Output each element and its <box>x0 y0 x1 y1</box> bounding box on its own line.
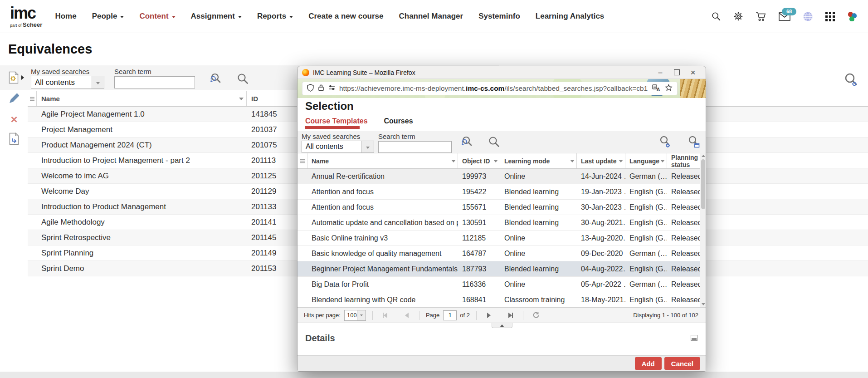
menu-item[interactable]: Reports <box>257 12 293 21</box>
main-menu: Home People Content Assignment <box>55 12 604 21</box>
menu-item[interactable]: Create a new course <box>308 12 383 21</box>
previous-page-button[interactable] <box>401 310 413 320</box>
search-submit-icon[interactable] <box>236 72 249 86</box>
new-saved-search-icon[interactable] <box>8 71 19 84</box>
column-menu-icon[interactable] <box>451 160 456 162</box>
search-submit-icon[interactable] <box>487 135 501 149</box>
scrollbar-thumb[interactable] <box>701 159 705 209</box>
hits-per-page-label: Hits per page: <box>304 312 341 319</box>
cart-icon[interactable] <box>756 11 766 21</box>
column-handle-icon[interactable] <box>297 153 307 168</box>
next-page-button[interactable] <box>483 310 495 320</box>
svg-text:A: A <box>657 86 660 91</box>
search-term-input[interactable] <box>378 141 452 153</box>
menu-item[interactable]: Learning Analytics <box>536 12 604 21</box>
lock-icon[interactable] <box>318 84 324 93</box>
column-header-name[interactable]: Name <box>307 153 458 168</box>
course-template-row[interactable]: Basic Online training v3 112185 Online 1… <box>297 231 706 246</box>
details-title: Details <box>305 333 335 344</box>
saved-searches-select[interactable]: All contents <box>302 141 374 153</box>
search-settings-icon[interactable] <box>658 135 672 149</box>
column-menu-icon[interactable] <box>660 160 665 162</box>
shield-icon[interactable] <box>307 84 314 93</box>
refresh-results-icon[interactable] <box>530 310 541 320</box>
imc-apps-icon[interactable] <box>847 11 857 21</box>
menu-item[interactable]: Systeminfo <box>478 12 520 21</box>
delete-x-icon[interactable]: × <box>10 114 17 124</box>
column-header-learning-mode[interactable]: Learning mode <box>500 153 577 168</box>
top-navigation: imc part of Scheer Home People Content <box>0 0 868 33</box>
app-grid-icon[interactable] <box>825 12 835 21</box>
saved-searches-label: My saved searches <box>302 133 360 140</box>
tab[interactable]: Course Templates <box>305 117 368 125</box>
url-field[interactable]: https://achievemore.imc-ms-deployment.im… <box>302 82 678 95</box>
reset-search-icon[interactable] <box>209 72 222 86</box>
course-template-row[interactable]: Automatic update and cancellation based … <box>297 215 706 231</box>
chevron-down-icon <box>289 16 293 18</box>
permissions-icon[interactable] <box>328 84 335 93</box>
column-menu-icon[interactable] <box>493 160 498 162</box>
column-menu-icon[interactable] <box>239 98 244 100</box>
edit-pencil-icon[interactable] <box>8 93 20 106</box>
top-icon-bar: 68 <box>711 0 857 33</box>
course-template-row[interactable]: Big Data for Profit 116336 Online 05-Apr… <box>297 277 706 292</box>
details-splitter-handle[interactable] <box>492 323 512 328</box>
displaying-count-label: Displaying 1 - 100 of 102 <box>633 312 698 319</box>
course-templates-table: Name Object ID Learning mode Last update… <box>297 153 706 307</box>
column-menu-icon[interactable] <box>570 160 575 162</box>
minimize-button[interactable]: – <box>652 67 668 78</box>
menu-item[interactable]: Channel Manager <box>399 12 463 21</box>
add-button[interactable]: Add <box>635 357 662 370</box>
maximize-button[interactable] <box>668 67 685 78</box>
expand-right-icon[interactable] <box>21 75 24 80</box>
imc-logo[interactable]: imc part of Scheer <box>10 5 42 28</box>
last-page-button[interactable] <box>505 310 517 320</box>
pagination-bar: Hits per page: 100 Page of 2 <box>297 307 706 323</box>
course-template-row[interactable]: Attention and focus 195422 Blended learn… <box>297 184 706 200</box>
column-header-last-update[interactable]: Last update <box>577 153 625 168</box>
course-template-row[interactable]: Attention and focus 155671 Blended learn… <box>297 200 706 215</box>
menu-item[interactable]: People <box>92 12 124 21</box>
firefox-titlebar[interactable]: IMC Learning Suite – Mozilla Firefox – × <box>297 66 706 79</box>
hits-per-page-select[interactable]: 100 <box>344 310 366 321</box>
column-menu-icon[interactable] <box>619 160 623 162</box>
page-number-input[interactable] <box>443 310 457 320</box>
column-header-object-id[interactable]: Object ID <box>458 153 500 168</box>
popup-title: Selection <box>305 100 354 113</box>
selection-popup-window: IMC Learning Suite – Mozilla Firefox – × <box>297 66 706 372</box>
vertical-scrollbar[interactable] <box>700 153 706 307</box>
menu-item[interactable]: Content <box>139 12 175 21</box>
column-header-language[interactable]: Language <box>625 153 667 168</box>
mail-icon[interactable]: 68 <box>779 12 790 21</box>
popup-content: Selection Course Templates Courses My sa… <box>297 98 706 371</box>
course-template-row[interactable]: Annual Re-certification 199973 Online 14… <box>297 169 706 184</box>
course-template-row[interactable]: Blendend learning with QR code 168841 Cl… <box>297 292 706 307</box>
search-icon[interactable] <box>711 11 721 21</box>
translate-icon[interactable]: A <box>652 84 661 93</box>
menu-item[interactable]: Home <box>55 12 76 21</box>
mail-badge: 68 <box>782 8 796 15</box>
course-template-row[interactable]: Beginner Project Management Fundamentals… <box>297 261 706 277</box>
bookmark-star-icon[interactable] <box>665 84 673 93</box>
menu-item[interactable]: Assignment <box>191 12 242 21</box>
select-arrow <box>92 76 104 88</box>
column-header-planning-status[interactable]: Planning status <box>667 153 700 168</box>
first-page-button[interactable] <box>379 310 391 320</box>
cancel-button[interactable]: Cancel <box>664 357 700 370</box>
scroll-down-icon[interactable] <box>702 303 705 305</box>
advanced-search-icon[interactable] <box>843 72 859 90</box>
course-template-row[interactable]: Basic knowledge of quality management 16… <box>297 246 706 261</box>
collapse-panel-icon[interactable] <box>691 335 697 341</box>
profile-globe-avatar[interactable] <box>803 11 813 22</box>
export-document-icon[interactable] <box>9 133 20 147</box>
search-result-view-icon[interactable] <box>687 135 700 149</box>
saved-searches-select[interactable]: All contents <box>31 76 104 89</box>
tab[interactable]: Courses <box>384 117 413 125</box>
column-header-name[interactable]: Name <box>37 91 247 106</box>
scroll-up-icon[interactable] <box>702 155 705 157</box>
close-button[interactable]: × <box>685 67 701 78</box>
reset-search-icon[interactable] <box>460 135 473 149</box>
settings-gear-icon[interactable] <box>733 11 743 21</box>
column-handle-icon[interactable] <box>28 91 37 106</box>
search-term-input[interactable] <box>114 76 195 88</box>
